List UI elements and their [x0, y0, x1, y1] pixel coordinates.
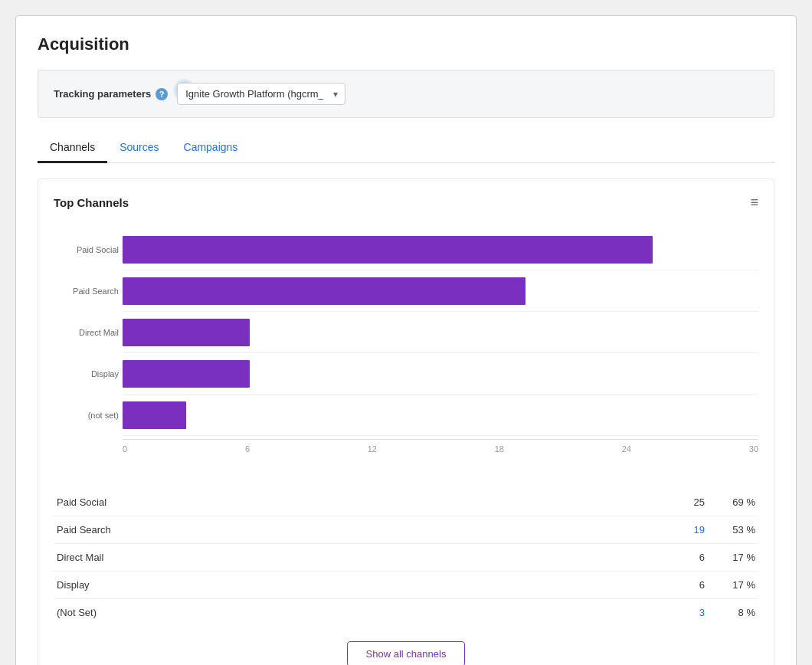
bar-row: Display — [123, 353, 758, 395]
row-count: 19 — [659, 524, 705, 536]
show-all-button[interactable]: Show all channels — [347, 641, 466, 665]
row-name: Paid Social — [57, 496, 659, 508]
row-pct: 69 % — [717, 496, 755, 508]
bar-fill — [123, 360, 250, 388]
bar-track — [123, 319, 758, 346]
row-count: 6 — [659, 552, 705, 563]
table-row: Paid Search 19 53 % — [54, 516, 758, 544]
chart-header: Top Channels ≡ — [54, 195, 758, 211]
chart-title: Top Channels — [54, 196, 129, 209]
row-count: 6 — [659, 579, 705, 591]
tracking-dropdown[interactable]: Ignite Growth Platform (hgcrm_) — [177, 83, 345, 105]
row-name: Direct Mail — [57, 552, 659, 563]
row-pct: 53 % — [717, 524, 755, 536]
page-title: Acquisition — [38, 34, 774, 54]
table-row: (Not Set) 3 8 % — [54, 599, 758, 626]
bar-fill — [123, 319, 250, 346]
bar-label: Display — [54, 369, 119, 378]
row-pct: 17 % — [717, 552, 755, 563]
tracking-label: Tracking parameters ? — [54, 88, 168, 100]
bar-label: Direct Mail — [54, 328, 119, 337]
bar-row: Paid Social — [123, 229, 758, 270]
row-name: Display — [57, 579, 659, 591]
table-row: Paid Social 25 69 % — [54, 489, 758, 516]
row-count: 25 — [659, 496, 705, 508]
x-axis-label: 24 — [622, 444, 631, 454]
bar-row: Direct Mail — [123, 312, 758, 353]
x-axis-label: 12 — [368, 444, 377, 454]
bar-label: Paid Social — [54, 245, 119, 254]
page-container: Acquisition Tracking parameters ? Ignite… — [15, 15, 797, 665]
x-axis: 0612182430 — [123, 439, 758, 454]
bar-fill — [123, 236, 653, 264]
x-axis-label: 30 — [749, 444, 758, 454]
tracking-label-text: Tracking parameters — [54, 88, 151, 100]
table-row: Direct Mail 6 17 % — [54, 544, 758, 572]
chart-section: Top Channels ≡ Paid Social Paid Search D… — [38, 179, 774, 665]
bar-label: (not set) — [54, 411, 119, 420]
row-name: (Not Set) — [57, 607, 659, 618]
row-count: 3 — [659, 607, 705, 618]
x-axis-label: 0 — [123, 444, 127, 454]
bar-label: Paid Search — [54, 287, 119, 296]
row-pct: 17 % — [717, 579, 755, 591]
dropdown-wrapper: Ignite Growth Platform (hgcrm_) — [177, 83, 345, 105]
bar-fill — [123, 277, 526, 305]
help-icon[interactable]: ? — [156, 88, 168, 100]
row-name: Paid Search — [57, 524, 659, 536]
row-pct: 8 % — [717, 607, 755, 618]
data-table: Paid Social 25 69 % Paid Search 19 53 % … — [54, 489, 758, 626]
tab-channels[interactable]: Channels — [38, 133, 107, 163]
bar-track — [123, 360, 758, 388]
bar-chart: Paid Social Paid Search Direct Mail Disp… — [54, 229, 758, 477]
bar-track — [123, 236, 758, 264]
tracking-section: Tracking parameters ? Ignite Growth Plat… — [38, 70, 774, 118]
tabs-bar: Channels Sources Campaigns — [38, 133, 774, 163]
bar-row: (not set) — [123, 395, 758, 436]
x-axis-label: 6 — [245, 444, 250, 454]
x-axis-label: 18 — [495, 444, 504, 454]
bar-fill — [123, 401, 186, 429]
bar-row: Paid Search — [123, 270, 758, 312]
bar-track — [123, 277, 758, 305]
table-row: Display 6 17 % — [54, 572, 758, 599]
tab-campaigns[interactable]: Campaigns — [172, 133, 250, 163]
tab-sources[interactable]: Sources — [107, 133, 171, 163]
menu-icon[interactable]: ≡ — [750, 195, 758, 211]
bar-track — [123, 401, 758, 429]
